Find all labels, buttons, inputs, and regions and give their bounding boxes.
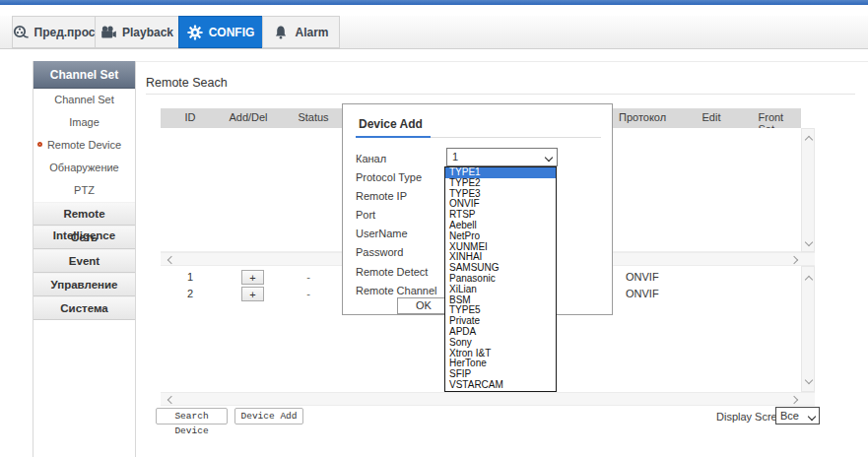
- protocol-option[interactable]: XiLian: [445, 285, 556, 295]
- main-tabbar: Пред.прос Playback CONFIG: [0, 16, 868, 49]
- sidebar-section[interactable]: Сеть: [33, 226, 135, 249]
- ok-button[interactable]: OK: [397, 297, 450, 314]
- display-screen-select[interactable]: Все: [775, 407, 820, 424]
- sidebar-item-label: PTZ: [74, 184, 95, 196]
- sidebar-item[interactable]: Channel Set: [33, 89, 135, 111]
- protocol-option[interactable]: NetPro: [445, 231, 556, 242]
- cell-id: 1: [187, 271, 193, 283]
- sidebar-section[interactable]: Event: [33, 249, 135, 273]
- chevron-down-icon: [808, 413, 816, 421]
- page-title: Remote Seach: [146, 76, 228, 90]
- window-top-strip: [0, 0, 868, 5]
- scroll-right-icon[interactable]: [790, 396, 798, 404]
- sidebar-section[interactable]: Система: [33, 296, 135, 320]
- cell-status: -: [306, 271, 310, 283]
- tab-label: Alarm: [295, 26, 328, 39]
- device-table-vscrollbar[interactable]: [801, 266, 815, 392]
- sidebar-item-label: Обнаружение: [49, 162, 118, 173]
- sidebar-item[interactable]: Обнаружение: [33, 157, 135, 179]
- scroll-up-icon[interactable]: [805, 276, 813, 284]
- tab-label: Пред.прос: [34, 26, 96, 39]
- tab-label: CONFIG: [209, 26, 255, 39]
- active-dot-icon: [37, 142, 42, 147]
- protocol-option[interactable]: Sony: [445, 338, 556, 349]
- scroll-right-icon[interactable]: [790, 256, 798, 264]
- add-device-button[interactable]: +: [241, 287, 264, 301]
- panels-top-divider: [33, 61, 868, 62]
- sidebar: Channel Set Channel Set Image Remote Dev…: [33, 61, 136, 457]
- sidebar-section-label: Сеть: [71, 231, 98, 243]
- display-screen-value: Все: [780, 410, 799, 422]
- camcorder-icon: [100, 26, 116, 39]
- col-edit: Edit: [702, 111, 721, 123]
- tab-preview[interactable]: Пред.прос: [12, 16, 96, 48]
- cell-protocol: ONVIF: [626, 271, 659, 283]
- dialog-title: Device Add: [359, 117, 423, 131]
- sidebar-section-label: Управление: [51, 279, 118, 291]
- bell-icon: [273, 25, 289, 39]
- device-table-hscrollbar[interactable]: [161, 392, 815, 406]
- sidebar-item-label: Image: [69, 116, 100, 128]
- col-status: Status: [298, 111, 328, 123]
- col-protocol: Протокол: [619, 111, 666, 123]
- protocol-dropdown-list: TYPE1 TYPE2 TYPE3 ONVIF RTSP Aebell NetP…: [444, 166, 557, 392]
- sidebar-item-list: Channel Set Image Remote Device Обнаруже…: [33, 89, 135, 202]
- channel-select[interactable]: 1: [446, 148, 558, 166]
- sidebar-group-channel-set[interactable]: Channel Set: [33, 61, 135, 89]
- protocol-option[interactable]: TYPE2: [445, 178, 556, 189]
- add-device-button[interactable]: +: [241, 270, 264, 285]
- dialog-divider-accent: [356, 136, 431, 138]
- sidebar-section-list: Remote Intelligence Сеть Event Управлени…: [33, 202, 135, 320]
- search-table-vscrollbar[interactable]: [801, 128, 815, 252]
- scroll-left-icon[interactable]: [167, 396, 175, 404]
- sidebar-section[interactable]: Remote Intelligence: [33, 202, 135, 226]
- scroll-up-icon[interactable]: [805, 136, 813, 144]
- scroll-down-icon[interactable]: [805, 238, 813, 246]
- protocol-option[interactable]: VSTARCAM: [445, 380, 556, 391]
- search-device-button[interactable]: Search Device: [156, 408, 228, 424]
- sidebar-item-label: Channel Set: [54, 94, 114, 105]
- sidebar-item[interactable]: Image: [33, 111, 135, 134]
- sidebar-item[interactable]: Remote Device: [33, 134, 135, 157]
- tab-alarm[interactable]: Alarm: [262, 16, 340, 48]
- title-divider: [146, 94, 855, 95]
- cell-status: -: [306, 288, 310, 299]
- sidebar-section[interactable]: Управление: [33, 273, 135, 296]
- sidebar-section-label: Система: [60, 302, 107, 314]
- film-reel-icon: [13, 25, 29, 39]
- col-id: ID: [185, 111, 196, 123]
- device-add-button[interactable]: Device Add: [234, 408, 303, 424]
- col-add-del: Add/Del: [229, 111, 267, 123]
- chevron-down-icon: [545, 154, 553, 162]
- tab-playback[interactable]: Playback: [95, 16, 179, 48]
- sidebar-item[interactable]: PTZ: [33, 179, 135, 202]
- tab-label: Playback: [122, 26, 173, 39]
- cell-id: 2: [187, 288, 193, 299]
- scroll-left-icon[interactable]: [167, 256, 175, 264]
- scroll-down-icon[interactable]: [805, 376, 813, 384]
- tab-config[interactable]: CONFIG: [178, 16, 263, 48]
- gear-icon: [187, 25, 203, 40]
- sidebar-section-label: Event: [69, 255, 100, 267]
- sidebar-item-label: Remote Device: [47, 139, 121, 151]
- dialog-divider: [356, 137, 601, 138]
- cell-protocol: ONVIF: [626, 288, 659, 299]
- channel-select-value: 1: [452, 151, 458, 163]
